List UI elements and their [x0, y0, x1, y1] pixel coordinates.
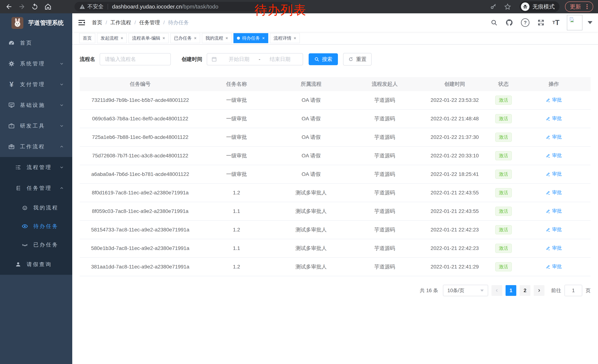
- approve-button[interactable]: 审批: [546, 152, 562, 159]
- reset-button[interactable]: 重置: [343, 53, 372, 65]
- tab-process-detail[interactable]: 流程详情×: [270, 33, 300, 43]
- sidebar-item-system[interactable]: 系统管理: [0, 53, 72, 74]
- screen: 不安全 dashboard.yudao.iocoder.cn/bpm/task/…: [0, 0, 598, 364]
- initiator-cell: 芋道源码: [350, 189, 419, 196]
- github-icon[interactable]: [505, 19, 513, 26]
- annotation-title: 待办列表: [255, 1, 307, 18]
- approve-button[interactable]: 审批: [546, 97, 562, 103]
- yen-icon: ¥: [8, 81, 15, 88]
- action-cell: 审批: [517, 263, 590, 270]
- close-icon[interactable]: ×: [162, 36, 165, 40]
- status-badge: 激活: [495, 96, 512, 105]
- page-size-select[interactable]: 10条/页: [443, 285, 488, 296]
- sidebar-item-label: 请假查询: [27, 261, 52, 268]
- avatar[interactable]: [567, 15, 582, 30]
- security-warning-icon[interactable]: [79, 4, 85, 10]
- close-icon[interactable]: ×: [262, 36, 265, 40]
- eye-closed-icon: [21, 242, 29, 248]
- sidebar-item-payment[interactable]: ¥ 支付管理: [0, 74, 72, 95]
- total-count: 共 16 条: [420, 287, 438, 294]
- prev-page-button[interactable]: [491, 285, 502, 296]
- security-label[interactable]: 不安全: [87, 3, 104, 10]
- action-cell: 审批: [517, 115, 590, 122]
- start-date-placeholder[interactable]: 开始日期: [220, 56, 257, 63]
- approve-button[interactable]: 审批: [546, 134, 562, 140]
- sidebar-item-todo-tasks[interactable]: 待办任务: [0, 217, 72, 235]
- gear-icon: [8, 60, 15, 67]
- help-icon[interactable]: ?: [521, 18, 530, 27]
- app-logo-row[interactable]: 芋道管理系统: [0, 13, 72, 32]
- close-icon[interactable]: ×: [121, 36, 123, 40]
- refresh-icon: [348, 57, 353, 62]
- sidebar-item-task-mgmt[interactable]: 任务管理: [0, 178, 72, 198]
- close-icon[interactable]: ×: [225, 36, 228, 40]
- close-icon[interactable]: ×: [194, 36, 197, 40]
- page-button-2[interactable]: 2: [520, 285, 530, 296]
- page-button-1[interactable]: 1: [506, 285, 516, 296]
- sidebar-collapse-icon[interactable]: [77, 18, 86, 27]
- browser-reload-icon[interactable]: [31, 3, 39, 10]
- approve-button[interactable]: 审批: [546, 245, 562, 251]
- action-cell: 审批: [517, 97, 590, 104]
- tab-my-process[interactable]: 我的流程×: [202, 33, 232, 43]
- approve-button[interactable]: 审批: [546, 171, 562, 177]
- url-text[interactable]: dashboard.yudao.iocoder.cn/bpm/task/todo: [112, 4, 218, 10]
- sidebar-item-infrastructure[interactable]: 基础设施: [0, 95, 72, 115]
- browser-update-button[interactable]: 更新: [565, 1, 593, 12]
- sidebar-item-leave-query[interactable]: 请假查询: [0, 254, 72, 275]
- chevron-down-icon[interactable]: [588, 21, 592, 24]
- chevron-down-icon: [59, 103, 64, 108]
- table-row: 8f0d1619-7ac8-11ec-a9e2-a2380e71991a 1.2…: [80, 184, 590, 202]
- approve-button[interactable]: 审批: [546, 263, 562, 270]
- tab-form-edit[interactable]: 流程表单-编辑×: [129, 33, 169, 43]
- close-icon[interactable]: ×: [294, 36, 296, 40]
- incognito-label: 无痕模式: [532, 3, 555, 11]
- initiator-cell: 芋道源码: [350, 97, 419, 104]
- goto-page-input[interactable]: [565, 288, 582, 294]
- sidebar-item-label: 流程管理: [27, 164, 52, 171]
- pagination: 共 16 条 10条/页 1 2 前往: [80, 285, 590, 296]
- password-key-icon[interactable]: [490, 3, 497, 10]
- sidebar-item-my-process[interactable]: 我的流程: [0, 198, 72, 217]
- font-size-icon[interactable]: TT: [552, 19, 559, 27]
- edit-pencil-icon: [546, 153, 551, 158]
- end-date-placeholder[interactable]: 结束日期: [262, 56, 299, 63]
- approve-button[interactable]: 审批: [546, 115, 562, 122]
- sidebar-item-dev-tools[interactable]: 研发工具: [0, 115, 72, 136]
- initiator-cell: 芋道源码: [350, 152, 419, 159]
- fullscreen-icon[interactable]: [537, 19, 545, 26]
- next-page-button[interactable]: [534, 285, 544, 296]
- sidebar: 芋道管理系统 首页 系统管理: [0, 13, 72, 364]
- browser-home-icon[interactable]: [44, 3, 52, 11]
- date-range-picker[interactable]: 开始日期 - 结束日期: [207, 53, 303, 65]
- sidebar-item-home[interactable]: 首页: [0, 32, 72, 53]
- browser-back-icon[interactable]: [5, 3, 13, 10]
- search-icon[interactable]: [490, 19, 498, 26]
- approve-button[interactable]: 审批: [546, 189, 562, 196]
- sidebar-item-workflow[interactable]: 工作流程: [0, 136, 72, 157]
- breadcrumb-item[interactable]: 任务管理: [139, 19, 160, 26]
- tree-icon: [15, 185, 22, 191]
- sidebar-item-done-tasks[interactable]: 已办任务: [0, 235, 72, 254]
- tab-done-tasks[interactable]: 已办任务×: [170, 33, 200, 43]
- sidebar-item-label: 待办任务: [33, 223, 58, 230]
- tab-home[interactable]: 首页: [79, 33, 95, 43]
- task-name-cell: 一级审批: [201, 171, 272, 178]
- browser-forward-icon[interactable]: [18, 3, 25, 10]
- approve-button[interactable]: 审批: [546, 226, 562, 233]
- breadcrumb-item[interactable]: 首页: [92, 19, 102, 26]
- bookmark-star-icon[interactable]: [504, 3, 511, 10]
- approve-button[interactable]: 审批: [546, 208, 562, 214]
- edit-pencil-icon: [546, 209, 551, 213]
- status-badge: 激活: [495, 151, 512, 160]
- breadcrumb-item[interactable]: 工作流程: [110, 19, 131, 26]
- sidebar-item-process-mgmt[interactable]: 流程管理: [0, 157, 72, 178]
- tab-start-process[interactable]: 发起流程×: [97, 33, 127, 43]
- browser-menu-icon[interactable]: [584, 4, 590, 10]
- app-logo: [11, 17, 23, 29]
- process-cell: 测试多审批人: [272, 245, 350, 252]
- edit-pencil-icon: [546, 116, 551, 121]
- process-name-input[interactable]: [101, 56, 169, 62]
- search-button[interactable]: 搜索: [309, 53, 338, 65]
- tab-todo-tasks[interactable]: 待办任务×: [233, 33, 268, 43]
